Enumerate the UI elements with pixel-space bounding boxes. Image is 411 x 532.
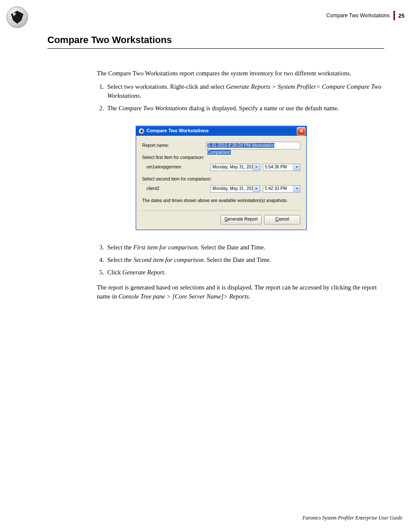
chevron-down-icon xyxy=(293,186,300,192)
footer-text: Faronics System Profiler Enterprise User… xyxy=(302,515,402,521)
report-name-input[interactable]: 5-31-2010 8:20:20 PM-Workstation Compari… xyxy=(206,142,300,149)
dialog-separator xyxy=(141,210,301,211)
second-date-value: Monday, May 31, 2010 xyxy=(212,186,256,192)
content-body: The Compare Two Workstations report comp… xyxy=(97,69,384,305)
step-1: Select two workstations. Right-click and… xyxy=(106,82,384,100)
dialog-body: Report name: 5-31-2010 8:20:20 PM-Workst… xyxy=(136,136,306,230)
intro-paragraph: The Compare Two Workstations report comp… xyxy=(97,69,384,78)
header-divider xyxy=(393,11,395,20)
brand-logo-mark xyxy=(10,11,24,24)
generate-report-button[interactable]: Generate Report xyxy=(221,215,262,224)
report-name-value: 5-31-2010 8:20:20 PM-Workstation Compari… xyxy=(207,143,274,155)
step-3: Select the First item for comparison. Se… xyxy=(106,243,384,252)
chevron-down-icon xyxy=(293,164,300,171)
chevron-down-icon xyxy=(253,186,260,192)
page-title: Compare Two Workstations xyxy=(47,34,384,49)
closing-paragraph: The report is generated based on selecti… xyxy=(97,283,384,301)
second-date-combo[interactable]: Monday, May 31, 2010 xyxy=(210,185,260,193)
dialog-button-row: Generate Report Cancel xyxy=(142,215,300,225)
brand-logo xyxy=(6,6,28,28)
report-name-label: Report name: xyxy=(142,143,206,149)
dialog-titlebar: Compare Two Workstations ✕ xyxy=(136,126,306,136)
page-header-right: Compare Two Workstations 25 xyxy=(327,11,405,20)
second-item-name: client2 xyxy=(142,186,210,192)
close-button[interactable]: ✕ xyxy=(297,127,305,135)
second-time-value: 5:42:33 PM xyxy=(265,186,287,192)
first-time-value: 5:54:36 PM xyxy=(265,164,287,171)
dialog-app-icon xyxy=(139,128,144,134)
chevron-down-icon xyxy=(253,164,260,171)
second-item-section-label: Select second item for comparison: xyxy=(142,176,300,183)
first-date-combo[interactable]: Monday, May 31, 2010 xyxy=(210,164,260,171)
step-2: The Compare Two Workstations dialog is d… xyxy=(106,104,384,113)
dialog-title: Compare Two Workstations xyxy=(146,128,209,134)
step-4: Select the Second item for comparison. S… xyxy=(106,255,384,264)
cancel-button[interactable]: Cancel xyxy=(264,215,300,224)
step-5: Click Generate Report. xyxy=(106,268,384,277)
header-breadcrumb: Compare Two Workstations xyxy=(327,12,390,19)
first-date-value: Monday, May 31, 2010 xyxy=(212,164,256,171)
dialog-figure: Compare Two Workstations ✕ Report name: … xyxy=(58,126,384,230)
first-time-combo[interactable]: 5:54:36 PM xyxy=(263,164,300,171)
first-item-name: vm1winxpgermen xyxy=(142,164,210,171)
compare-dialog: Compare Two Workstations ✕ Report name: … xyxy=(136,126,307,230)
snapshot-note: The dates and times shown above are avai… xyxy=(142,198,300,204)
second-time-combo[interactable]: 5:42:33 PM xyxy=(263,185,300,193)
page-number: 25 xyxy=(399,12,405,19)
